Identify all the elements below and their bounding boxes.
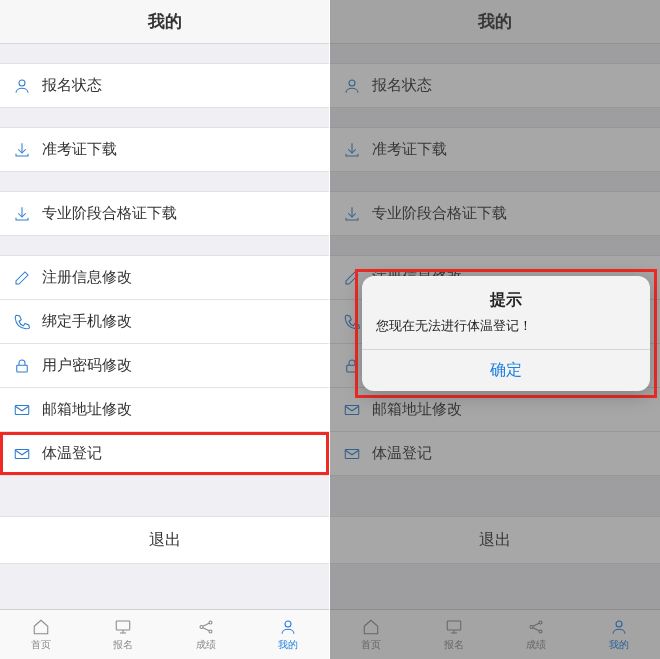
item-label: 准考证下载 xyxy=(42,140,117,159)
person-icon xyxy=(12,76,32,96)
edit-icon xyxy=(12,268,32,288)
item-label: 报名状态 xyxy=(42,76,102,95)
item-admission-download[interactable]: 准考证下载 xyxy=(0,127,329,172)
item-label: 用户密码修改 xyxy=(42,356,132,375)
dialog-message: 您现在无法进行体温登记！ xyxy=(376,317,636,335)
download-icon xyxy=(12,140,32,160)
item-temp-register[interactable]: 体温登记 xyxy=(0,431,329,476)
share-icon xyxy=(196,618,216,636)
svg-rect-2 xyxy=(15,405,29,414)
home-icon xyxy=(31,618,51,636)
monitor-icon xyxy=(113,618,133,636)
dialog-ok-button[interactable]: 确定 xyxy=(362,349,650,391)
tab-label: 首页 xyxy=(31,638,51,652)
dialog-highlight: 提示 您现在无法进行体温登记！ 确定 xyxy=(358,272,654,395)
item-email-edit[interactable]: 邮箱地址修改 xyxy=(0,387,329,432)
svg-point-8 xyxy=(285,621,291,627)
tab-score[interactable]: 成绩 xyxy=(165,610,247,659)
svg-rect-4 xyxy=(117,621,131,630)
header: 我的 xyxy=(0,0,329,44)
tab-mine[interactable]: 我的 xyxy=(247,610,329,659)
dialog-ok-label: 确定 xyxy=(490,360,522,381)
svg-rect-3 xyxy=(15,449,29,458)
svg-point-6 xyxy=(209,621,212,624)
tab-label: 成绩 xyxy=(196,638,216,652)
tabbar: 首页 报名 成绩 我的 xyxy=(0,609,329,659)
svg-point-7 xyxy=(209,630,212,633)
left-screenshot: 我的 报名状态 准考证下载 专业阶段 xyxy=(0,0,330,659)
person-icon xyxy=(278,618,298,636)
tab-signup[interactable]: 报名 xyxy=(82,610,164,659)
item-label: 注册信息修改 xyxy=(42,268,132,287)
item-cert-download[interactable]: 专业阶段合格证下载 xyxy=(0,191,329,236)
dialog-title: 提示 xyxy=(376,290,636,311)
item-label: 体温登记 xyxy=(42,444,102,463)
page-title: 我的 xyxy=(148,10,182,33)
tab-label: 报名 xyxy=(113,638,133,652)
item-label: 邮箱地址修改 xyxy=(42,400,132,419)
svg-point-0 xyxy=(19,80,25,86)
logout-label: 退出 xyxy=(149,530,181,551)
mail-icon xyxy=(12,400,32,420)
phone-icon xyxy=(12,312,32,332)
item-pwd-edit[interactable]: 用户密码修改 xyxy=(0,343,329,388)
tab-home[interactable]: 首页 xyxy=(0,610,82,659)
item-label: 专业阶段合格证下载 xyxy=(42,204,177,223)
item-reg-info-edit[interactable]: 注册信息修改 xyxy=(0,255,329,300)
svg-point-5 xyxy=(200,625,203,628)
mail-icon xyxy=(12,444,32,464)
tab-label: 我的 xyxy=(278,638,298,652)
logout-button[interactable]: 退出 xyxy=(0,516,329,564)
svg-rect-1 xyxy=(17,365,28,372)
alert-dialog: 提示 您现在无法进行体温登记！ 确定 xyxy=(362,276,650,391)
download-icon xyxy=(12,204,32,224)
item-phone-edit[interactable]: 绑定手机修改 xyxy=(0,299,329,344)
item-label: 绑定手机修改 xyxy=(42,312,132,331)
right-screenshot: 我的 报名状态 准考证下载 专业阶段 xyxy=(330,0,660,659)
item-signup-status[interactable]: 报名状态 xyxy=(0,63,329,108)
lock-icon xyxy=(12,356,32,376)
